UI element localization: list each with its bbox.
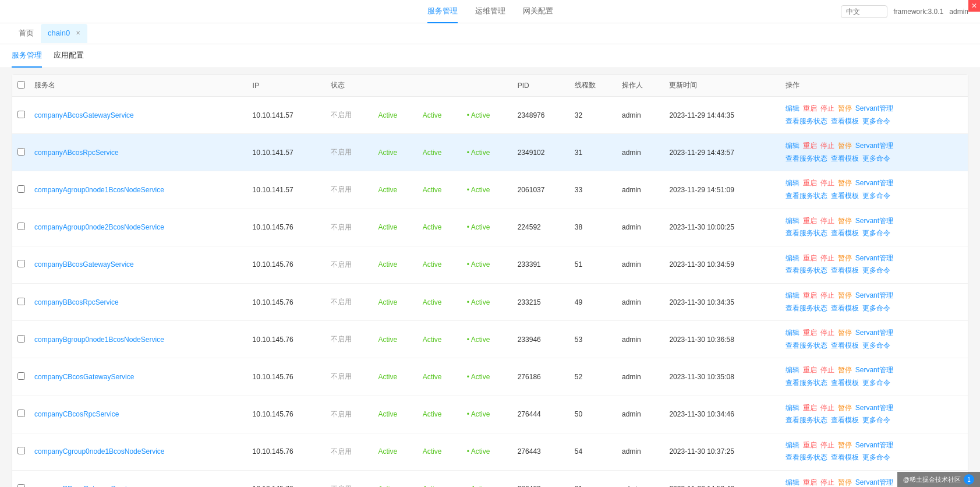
action-reset[interactable]: 重启 <box>803 103 817 115</box>
action-reset[interactable]: 重启 <box>803 140 817 153</box>
action-check-status[interactable]: 查看服务状态 <box>786 414 827 427</box>
action-stop[interactable]: 停止 <box>820 402 834 415</box>
service-name-link[interactable]: companyABcosRpcService <box>34 149 119 157</box>
action-pause[interactable]: 暂停 <box>838 140 852 153</box>
nav-ops-management[interactable]: 运维管理 <box>475 0 505 23</box>
action-edit[interactable]: 编辑 <box>786 364 799 377</box>
action-stop[interactable]: 停止 <box>820 215 834 228</box>
action-more-commands[interactable]: 更多命令 <box>862 190 890 203</box>
tab-chain0[interactable]: chain0 ✕ <box>41 24 87 43</box>
service-name-link[interactable]: companyCBcosRpcService <box>34 410 119 418</box>
action-pause[interactable]: 暂停 <box>838 103 852 115</box>
action-edit[interactable]: 编辑 <box>786 290 799 302</box>
action-more-commands[interactable]: 更多命令 <box>862 340 890 352</box>
action-check-template[interactable]: 查看模板 <box>831 377 859 390</box>
action-servant-admin[interactable]: Servant管理 <box>855 140 893 153</box>
action-check-status[interactable]: 查看服务状态 <box>786 115 827 128</box>
nav-gateway-config[interactable]: 网关配置 <box>523 0 553 23</box>
action-check-template[interactable]: 查看模板 <box>831 190 859 203</box>
service-name-link[interactable]: companyCgroup0node1BcosNodeService <box>34 447 164 456</box>
service-name-link[interactable]: companyCBcosGatewayService <box>34 373 134 381</box>
action-check-status[interactable]: 查看服务状态 <box>786 227 827 240</box>
action-pause[interactable]: 暂停 <box>838 439 852 452</box>
action-servant-admin[interactable]: Servant管理 <box>855 439 893 452</box>
action-check-template[interactable]: 查看模板 <box>831 414 859 427</box>
action-check-template[interactable]: 查看模板 <box>831 302 859 315</box>
service-name-link[interactable]: companyBBcosRpcService <box>34 298 119 306</box>
row-checkbox[interactable] <box>17 185 25 193</box>
action-edit[interactable]: 编辑 <box>786 327 799 340</box>
action-check-template[interactable]: 查看模板 <box>831 115 859 128</box>
action-stop[interactable]: 停止 <box>820 103 834 115</box>
action-stop[interactable]: 停止 <box>820 140 834 153</box>
action-edit[interactable]: 编辑 <box>786 177 799 190</box>
action-reset[interactable]: 重启 <box>803 290 817 302</box>
action-stop[interactable]: 停止 <box>820 439 834 452</box>
select-all-checkbox[interactable] <box>17 81 25 89</box>
action-stop[interactable]: 停止 <box>820 252 834 265</box>
action-edit[interactable]: 编辑 <box>786 477 799 487</box>
row-checkbox[interactable] <box>17 447 25 454</box>
subnav-app-config[interactable]: 应用配置 <box>54 44 84 68</box>
action-edit[interactable]: 编辑 <box>786 402 799 415</box>
service-name-link[interactable]: companyAgroup0node1BcosNodeService <box>34 186 164 194</box>
action-edit[interactable]: 编辑 <box>786 252 799 265</box>
action-edit[interactable]: 编辑 <box>786 439 799 452</box>
action-check-template[interactable]: 查看模板 <box>831 264 859 277</box>
action-reset[interactable]: 重启 <box>803 477 817 487</box>
action-more-commands[interactable]: 更多命令 <box>862 153 890 165</box>
action-reset[interactable]: 重启 <box>803 327 817 340</box>
action-more-commands[interactable]: 更多命令 <box>862 115 890 128</box>
action-pause[interactable]: 暂停 <box>838 252 852 265</box>
window-close-button[interactable]: ✕ <box>968 0 980 12</box>
action-more-commands[interactable]: 更多命令 <box>862 264 890 277</box>
action-pause[interactable]: 暂停 <box>838 290 852 302</box>
nav-service-management[interactable]: 服务管理 <box>427 0 458 23</box>
action-stop[interactable]: 停止 <box>820 327 834 340</box>
action-reset[interactable]: 重启 <box>803 364 817 377</box>
action-stop[interactable]: 停止 <box>820 364 834 377</box>
action-pause[interactable]: 暂停 <box>838 364 852 377</box>
service-name-link[interactable]: companyDBcosGatewayService <box>34 485 134 487</box>
service-name-link[interactable]: companyABcosGatewayService <box>34 111 134 119</box>
service-name-link[interactable]: companyBgroup0node1BcosNodeService <box>34 336 164 344</box>
action-check-status[interactable]: 查看服务状态 <box>786 153 827 165</box>
action-pause[interactable]: 暂停 <box>838 215 852 228</box>
action-servant-admin[interactable]: Servant管理 <box>855 327 893 340</box>
action-stop[interactable]: 停止 <box>820 290 834 302</box>
service-name-link[interactable]: companyAgroup0node2BcosNodeService <box>34 223 164 231</box>
action-more-commands[interactable]: 更多命令 <box>862 377 890 390</box>
row-checkbox[interactable] <box>17 410 25 417</box>
action-stop[interactable]: 停止 <box>820 477 834 487</box>
service-name-link[interactable]: companyBBcosGatewayService <box>34 260 134 269</box>
search-input[interactable] <box>841 5 887 18</box>
row-checkbox[interactable] <box>17 484 25 487</box>
action-reset[interactable]: 重启 <box>803 439 817 452</box>
action-check-status[interactable]: 查看服务状态 <box>786 451 827 464</box>
action-more-commands[interactable]: 更多命令 <box>862 302 890 315</box>
action-edit[interactable]: 编辑 <box>786 103 799 115</box>
action-more-commands[interactable]: 更多命令 <box>862 414 890 427</box>
row-checkbox[interactable] <box>17 372 25 380</box>
row-checkbox[interactable] <box>17 111 25 118</box>
action-reset[interactable]: 重启 <box>803 177 817 190</box>
action-pause[interactable]: 暂停 <box>838 402 852 415</box>
action-check-status[interactable]: 查看服务状态 <box>786 302 827 315</box>
action-check-status[interactable]: 查看服务状态 <box>786 190 827 203</box>
subnav-service-management[interactable]: 服务管理 <box>12 44 42 68</box>
action-edit[interactable]: 编辑 <box>786 140 799 153</box>
action-reset[interactable]: 重启 <box>803 215 817 228</box>
action-servant-admin[interactable]: Servant管理 <box>855 103 893 115</box>
row-checkbox[interactable] <box>17 335 25 343</box>
action-check-status[interactable]: 查看服务状态 <box>786 377 827 390</box>
action-servant-admin[interactable]: Servant管理 <box>855 290 893 302</box>
action-servant-admin[interactable]: Servant管理 <box>855 252 893 265</box>
action-check-template[interactable]: 查看模板 <box>831 340 859 352</box>
tab-home[interactable]: 首页 <box>12 23 41 44</box>
action-check-template[interactable]: 查看模板 <box>831 227 859 240</box>
action-check-template[interactable]: 查看模板 <box>831 451 859 464</box>
action-servant-admin[interactable]: Servant管理 <box>855 402 893 415</box>
row-checkbox[interactable] <box>17 223 25 230</box>
action-more-commands[interactable]: 更多命令 <box>862 451 890 464</box>
row-checkbox[interactable] <box>17 260 25 267</box>
